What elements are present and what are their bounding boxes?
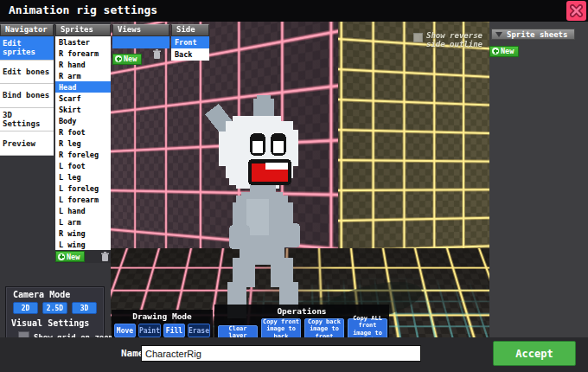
sprite-row[interactable]: R foot xyxy=(55,126,111,138)
triangle-down-icon xyxy=(495,32,502,37)
sprite-row[interactable]: R forearm xyxy=(55,48,111,59)
sprite-row[interactable]: R arm xyxy=(55,70,111,81)
sprite-row[interactable]: R hand xyxy=(55,59,111,70)
sprite-row[interactable]: L arm xyxy=(55,216,111,228)
sprite-row[interactable]: L leg xyxy=(55,171,111,183)
camera-mode-2d-button[interactable]: 2D xyxy=(13,302,38,314)
new-sprite-sheet-button[interactable]: New xyxy=(489,46,519,57)
navigator-list: Edit sprites Edit bones Bind bones 3D Se… xyxy=(0,36,54,156)
animation-rig-settings-window: Show reverse side outline Sprite sheets … xyxy=(0,0,588,372)
sprite-row[interactable]: Scarf xyxy=(55,93,111,104)
accept-button[interactable]: Accept xyxy=(493,341,576,366)
sprite-row[interactable]: Body xyxy=(55,115,111,126)
sprite-row-selected[interactable]: Head xyxy=(55,81,111,93)
new-sprite-button[interactable]: New xyxy=(55,251,85,262)
show-reverse-label: Show reverse side outline xyxy=(426,31,483,48)
show-reverse-checkbox[interactable] xyxy=(413,33,423,42)
tool-paint-button[interactable]: Paint xyxy=(138,324,161,337)
character-sprite xyxy=(201,95,314,324)
close-button[interactable] xyxy=(566,1,586,21)
sprite-row[interactable]: Blaster xyxy=(55,36,111,48)
viewport-canvas[interactable]: Show reverse side outline xyxy=(111,22,489,337)
tool-erase-button[interactable]: Erase xyxy=(188,324,210,337)
drawing-mode-title: Drawing Mode xyxy=(112,311,213,321)
sprite-row[interactable]: L foot xyxy=(55,160,111,171)
side-option-back[interactable]: Back xyxy=(171,48,209,61)
sprites-list: Blaster R forearm R hand R arm Head Scar… xyxy=(55,36,111,250)
sprites-header: Sprites xyxy=(55,24,111,36)
new-view-button[interactable]: New xyxy=(112,54,142,65)
visual-settings-title: Visual Settings xyxy=(11,318,104,328)
views-header: Views xyxy=(112,24,169,36)
sprites-footer: New xyxy=(55,250,111,263)
sprite-row[interactable]: L hand xyxy=(55,205,111,216)
camera-mode-title: Camera Mode xyxy=(13,290,104,299)
page-title: Animation rig settings xyxy=(9,3,157,16)
plus-circle-icon xyxy=(58,253,65,260)
delete-view-trash-icon[interactable] xyxy=(153,49,161,59)
camera-mode-3d-button[interactable]: 3D xyxy=(72,302,97,314)
sprite-sheets-panel: Sprite sheets New xyxy=(489,22,588,337)
sprite-sheets-header[interactable]: Sprite sheets xyxy=(491,29,575,40)
side-header: Side xyxy=(171,24,209,36)
show-reverse-outline-row[interactable]: Show reverse side outline xyxy=(413,31,483,48)
nav-item-bind-bones[interactable]: Bind bones xyxy=(0,84,54,108)
rig-name-input[interactable] xyxy=(141,345,421,362)
side-option-front[interactable]: Front xyxy=(171,36,209,48)
nav-item-3d-settings[interactable]: 3D Settings xyxy=(0,108,54,132)
tool-move-button[interactable]: Move xyxy=(114,324,136,337)
sprite-row[interactable]: Skirt xyxy=(55,104,111,115)
navigator-header: Navigator xyxy=(0,24,54,36)
camera-mode-25d-button[interactable]: 2.5D xyxy=(42,302,67,314)
sprite-row[interactable]: L forearm xyxy=(55,194,111,205)
sprite-row[interactable]: L wing xyxy=(55,239,111,250)
nav-item-edit-sprites[interactable]: Edit sprites xyxy=(0,36,54,61)
tool-fill-button[interactable]: Fill xyxy=(163,324,185,337)
x-icon xyxy=(570,4,583,17)
sprite-row[interactable]: L foreleg xyxy=(55,183,111,194)
sprite-row[interactable]: R foreleg xyxy=(55,149,111,160)
nav-item-edit-bones[interactable]: Edit bones xyxy=(0,61,54,85)
nav-item-preview[interactable]: Preview xyxy=(0,131,54,156)
plus-circle-icon xyxy=(492,48,499,55)
plus-circle-icon xyxy=(115,55,122,62)
view-row-selected[interactable] xyxy=(112,36,169,48)
sprite-row[interactable]: R wing xyxy=(55,228,111,239)
sprite-sheets-label: Sprite sheets xyxy=(507,30,567,39)
delete-sprite-trash-icon[interactable] xyxy=(101,252,109,261)
sprite-row[interactable]: R leg xyxy=(55,138,111,149)
